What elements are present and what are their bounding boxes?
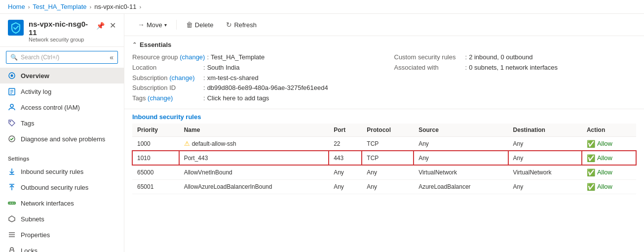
sidebar-item-network-interfaces[interactable]: Network interfaces (0, 195, 124, 211)
close-icon[interactable]: ✕ (110, 21, 116, 30)
essentials-row-subscription: Subscription (change) : xm-test-cs-share… (132, 73, 375, 84)
cell-source: VirtualNetwork (414, 165, 508, 179)
rules-section: Inbound security rules Priority Name Por… (124, 109, 644, 252)
delete-icon: 🗑 (186, 21, 193, 29)
move-label: Move (147, 21, 162, 29)
svg-point-2 (11, 75, 13, 77)
cell-priority: 65001 (132, 179, 179, 194)
content-area: → Move ▾ 🗑 Delete ↻ Refresh ⌃ Essentials (124, 14, 644, 252)
breadcrumb-home[interactable]: Home (8, 3, 25, 10)
properties-icon (8, 231, 16, 239)
col-source: Source (414, 124, 508, 137)
cell-action: ✅ Allow (582, 151, 636, 165)
table-row[interactable]: 1000 ⚠default-allow-ssh 22 TCP Any Any ✅… (132, 136, 636, 151)
allow-icon: ✅ (587, 168, 595, 176)
essentials-left: Resource group (change) : Test_HA_Templa… (132, 52, 375, 104)
sidebar-item-subnets[interactable]: Subnets (0, 211, 124, 227)
sidebar-item-properties-label: Properties (21, 231, 50, 239)
cell-name: AllowVnetInBound (179, 165, 329, 179)
tags-icon (8, 119, 16, 127)
table-row[interactable]: 1010 Port_443 443 TCP Any Any ✅ Allow (132, 151, 636, 165)
essentials-section: ⌃ Essentials Resource group (change) : T… (124, 36, 644, 109)
search-input[interactable] (21, 54, 107, 61)
sidebar-item-activity-log-label: Activity log (21, 88, 51, 95)
cell-name: AllowAzureLoadBalancerInBound (179, 179, 329, 194)
inbound-icon (8, 168, 16, 175)
resource-subtitle: Network security group (29, 37, 91, 42)
sidebar-item-iam[interactable]: Access control (IAM) (0, 99, 124, 115)
cell-destination: Any (508, 151, 582, 165)
cell-source: Any (414, 151, 508, 165)
move-icon: → (138, 21, 145, 29)
col-priority: Priority (132, 124, 179, 137)
tags-value[interactable]: Click here to add tags (207, 93, 269, 104)
sidebar-item-tags[interactable]: Tags (0, 115, 124, 131)
cell-protocol: TCP (362, 136, 414, 151)
search-box: 🔍 « (6, 51, 118, 64)
essentials-row-rg: Resource group (change) : Test_HA_Templa… (132, 52, 375, 63)
activity-log-icon (8, 87, 16, 95)
sidebar-item-inbound[interactable]: Inbound security rules (0, 164, 124, 179)
pin-icon[interactable]: 📌 (96, 22, 105, 30)
cell-name: ⚠default-allow-ssh (179, 136, 329, 151)
tags-change-link[interactable]: (change) (148, 94, 173, 102)
col-destination: Destination (508, 124, 582, 137)
refresh-button[interactable]: ↻ Refresh (221, 18, 262, 32)
location-value: South India (207, 63, 240, 73)
sidebar-item-locks-label: Locks (21, 247, 38, 252)
essentials-title: Essentials (140, 41, 171, 48)
breadcrumb-sep-1: › (28, 4, 30, 10)
subnets-icon (8, 215, 16, 223)
sidebar-item-locks[interactable]: Locks (0, 243, 124, 252)
svg-point-16 (11, 203, 12, 204)
table-header-row: Priority Name Port Protocol Source Desti… (132, 124, 636, 137)
breadcrumb-template[interactable]: Test_HA_Template (33, 3, 86, 10)
diagnose-icon (8, 135, 16, 143)
sidebar-item-diagnose-label: Diagnose and solve problems (21, 135, 105, 143)
rg-value[interactable]: Test_HA_Template (211, 52, 265, 63)
allow-badge: ✅ Allow (587, 140, 631, 148)
outbound-icon (8, 183, 16, 191)
subscription-value[interactable]: xm-test-cs-shared (207, 73, 259, 84)
associated-value: 0 subnets, 1 network interfaces (469, 63, 558, 73)
sidebar-item-outbound[interactable]: Outbound security rules (0, 179, 124, 195)
table-row[interactable]: 65000 AllowVnetInBound Any Any VirtualNe… (132, 165, 636, 179)
delete-button[interactable]: 🗑 Delete (181, 18, 219, 32)
collapse-sidebar-icon[interactable]: « (110, 53, 114, 61)
essentials-collapse-icon[interactable]: ⌃ (132, 42, 137, 48)
essentials-row-sub-id: Subscription ID : db99d808-6e89-480a-96a… (132, 83, 375, 93)
sub-change-link[interactable]: (change) (169, 74, 194, 82)
essentials-header: ⌃ Essentials (132, 41, 636, 48)
cell-source: Any (414, 136, 508, 151)
sub-id-value: db99d808-6e89-480a-96ae-3275fe61eed4 (207, 83, 328, 93)
svg-point-7 (10, 104, 13, 107)
allow-badge: ✅ Allow (587, 183, 631, 191)
sidebar-item-tags-label: Tags (21, 120, 34, 127)
refresh-label: Refresh (234, 21, 257, 29)
table-row[interactable]: 65001 AllowAzureLoadBalancerInBound Any … (132, 179, 636, 194)
cell-protocol: Any (362, 165, 414, 179)
move-button[interactable]: → Move ▾ (132, 18, 172, 32)
allow-badge: ✅ Allow (587, 168, 631, 176)
sidebar-item-overview[interactable]: Overview (0, 68, 124, 84)
sidebar-item-activity-log[interactable]: Activity log (0, 84, 124, 99)
cell-priority: 65000 (132, 165, 179, 179)
allow-icon: ✅ (587, 183, 595, 191)
resource-header: ns-vpx-nic-nsg0-11 Network security grou… (0, 14, 124, 47)
resource-info: ns-vpx-nic-nsg0-11 Network security grou… (29, 20, 91, 42)
rg-change-link[interactable]: (change) (180, 53, 205, 61)
rules-title: Inbound security rules (132, 113, 636, 121)
sidebar-item-inbound-label: Inbound security rules (21, 168, 83, 175)
cell-action: ✅ Allow (582, 179, 636, 194)
nsg-icon (8, 20, 24, 36)
network-interfaces-icon (8, 199, 16, 207)
sidebar-item-properties[interactable]: Properties (0, 227, 124, 243)
cell-source: AzureLoadBalancer (414, 179, 508, 194)
allow-icon: ✅ (587, 140, 595, 148)
svg-rect-22 (10, 250, 14, 252)
sidebar-item-diagnose[interactable]: Diagnose and solve problems (0, 131, 124, 147)
sidebar-item-iam-label: Access control (IAM) (21, 104, 80, 111)
cell-port: Any (329, 165, 362, 179)
cell-protocol: Any (362, 179, 414, 194)
warning-icon: ⚠ (184, 140, 190, 147)
